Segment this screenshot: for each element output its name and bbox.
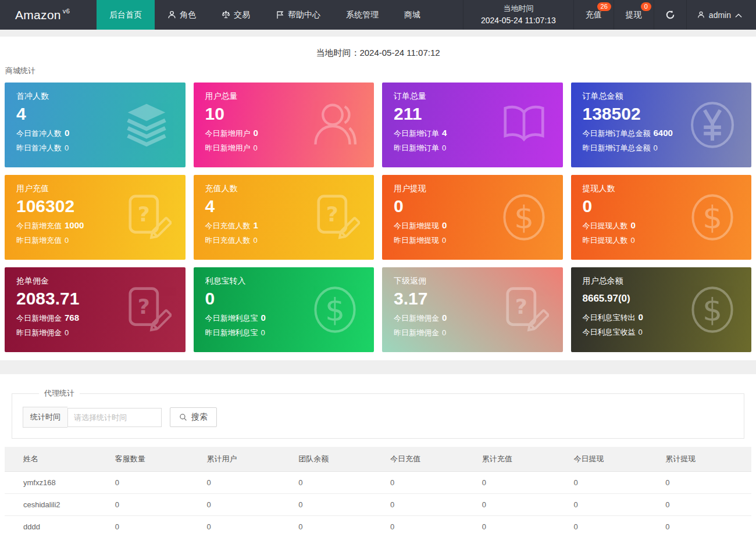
nav-item-dashboard[interactable]: 后台首页 bbox=[97, 0, 155, 30]
user-icon bbox=[697, 11, 705, 19]
page-local-time-label: 当地时间： bbox=[316, 48, 359, 58]
column-header: 累计充值 bbox=[476, 447, 568, 472]
value-cell: 0 bbox=[568, 472, 660, 494]
local-time-value: 2024-05-24 11:07:13 bbox=[481, 15, 556, 27]
value-cell: 0 bbox=[293, 494, 384, 516]
value-cell: 0 bbox=[568, 516, 660, 534]
value-cell: 0 bbox=[201, 516, 293, 534]
value-cell: 0 bbox=[201, 472, 293, 494]
agents-table: 姓名客服数量累计用户团队余额今日充值累计充值今日提现累计提现 ymfxz1680… bbox=[5, 447, 751, 534]
dollar-icon bbox=[499, 192, 549, 242]
table-row: ymfxz1680000000 bbox=[5, 472, 751, 494]
stat-card: 用户总量 10 今日新增用户0 昨日新增用户0 bbox=[194, 83, 375, 167]
agent-stats-fieldset: 代理统计 统计时间 搜索 bbox=[12, 388, 744, 439]
column-header: 累计提现 bbox=[659, 447, 751, 472]
table-body: ymfxz1680000000ceshidalili20000000dddd00… bbox=[5, 472, 751, 534]
agent-panel: 代理统计 统计时间 搜索 姓名客服数量累计用户团队余额今日充值累计充值今日提现累… bbox=[0, 374, 756, 534]
agent-name-cell: ceshidalili2 bbox=[5, 494, 109, 516]
value-cell: 0 bbox=[568, 494, 660, 516]
table-row: ceshidalili20000000 bbox=[5, 494, 751, 516]
yen-icon bbox=[687, 100, 737, 150]
stat-card: 提现人数 0 今日提现人数0 昨日提现人数0 bbox=[571, 175, 752, 260]
recharge-button[interactable]: 充值 26 bbox=[574, 0, 614, 30]
value-cell: 0 bbox=[659, 494, 751, 516]
user-icon bbox=[167, 10, 176, 19]
value-cell: 0 bbox=[384, 472, 476, 494]
nav-item-roles[interactable]: 角色 bbox=[155, 0, 209, 30]
logo-text: Amazon bbox=[15, 8, 61, 22]
dollar-icon bbox=[687, 285, 737, 335]
value-cell: 0 bbox=[293, 472, 384, 494]
value-cell: 0 bbox=[476, 516, 568, 534]
stat-card: 用户提现 0 今日新增提现0 昨日新增提现0 bbox=[382, 175, 563, 260]
stat-card: 订单总金额 138502 今日新增订单总金额6400 昨日新增订单总金额0 bbox=[571, 83, 752, 167]
doc-icon bbox=[122, 192, 172, 242]
agent-name-cell: dddd bbox=[5, 516, 109, 534]
table-header-row: 姓名客服数量累计用户团队余额今日充值累计充值今日提现累计提现 bbox=[5, 447, 751, 472]
column-header: 累计用户 bbox=[201, 447, 293, 472]
table-row: dddd0000000 bbox=[5, 516, 751, 534]
scale-icon bbox=[222, 10, 230, 19]
value-cell: 0 bbox=[293, 516, 384, 534]
stat-card: 用户总余额 8665.97(0) 今日利息宝转出0 今日利息宝收益0 bbox=[571, 267, 752, 352]
column-header: 今日充值 bbox=[384, 447, 476, 472]
refresh-button[interactable] bbox=[654, 0, 687, 30]
value-cell: 0 bbox=[476, 472, 568, 494]
value-cell: 0 bbox=[109, 494, 201, 516]
dollar-icon bbox=[310, 285, 360, 335]
value-cell: 0 bbox=[384, 494, 476, 516]
section-title-mall-stats: 商城统计 bbox=[0, 64, 756, 83]
stat-card: 首冲人数 4 今日首冲人数0 昨日首冲人数0 bbox=[5, 83, 186, 167]
stats-card-grid: 首冲人数 4 今日首冲人数0 昨日首冲人数0 用户总量 10 今日新增用户0 昨… bbox=[0, 83, 756, 352]
stat-card: 抢单佣金 2083.71 今日新增佣金768 昨日新增佣金0 bbox=[5, 267, 186, 352]
users-icon bbox=[310, 100, 360, 150]
agent-filter-row: 统计时间 搜索 bbox=[23, 407, 733, 428]
doc-icon bbox=[310, 192, 360, 242]
navbar-right: 当地时间 2024-05-24 11:07:13 充值 26 提现 0 admi… bbox=[463, 0, 756, 30]
top-navbar: Amazonv6 后台首页 角色 交易 帮助中心 系统管理 商城 当地时间 20… bbox=[0, 0, 756, 30]
recharge-badge: 26 bbox=[597, 2, 611, 11]
nav-item-system[interactable]: 系统管理 bbox=[333, 0, 391, 30]
doc-icon bbox=[499, 285, 549, 335]
value-cell: 0 bbox=[659, 472, 751, 494]
value-cell: 0 bbox=[659, 516, 751, 534]
refresh-icon bbox=[665, 10, 675, 20]
nav-item-trade[interactable]: 交易 bbox=[209, 0, 263, 30]
stat-card: 下级返佣 3.17 今日新增佣金0 昨日新增佣金0 bbox=[382, 267, 563, 352]
value-cell: 0 bbox=[109, 516, 201, 534]
value-cell: 0 bbox=[109, 472, 201, 494]
logo-version: v6 bbox=[63, 8, 70, 15]
user-menu[interactable]: admin bbox=[687, 0, 756, 30]
layers-icon bbox=[122, 100, 172, 150]
username: admin bbox=[709, 10, 731, 20]
doc-icon bbox=[122, 285, 172, 335]
section-title-agent-stats: 代理统计 bbox=[39, 388, 80, 399]
main-nav: 后台首页 角色 交易 帮助中心 系统管理 商城 bbox=[97, 0, 433, 30]
header-local-time: 当地时间 2024-05-24 11:07:13 bbox=[463, 0, 574, 30]
agent-name-cell: ymfxz168 bbox=[5, 472, 109, 494]
nav-item-mall[interactable]: 商城 bbox=[391, 0, 433, 30]
column-header: 今日提现 bbox=[568, 447, 660, 472]
stat-time-input[interactable] bbox=[67, 408, 162, 427]
column-header: 客服数量 bbox=[109, 447, 201, 472]
stat-card: 利息宝转入 0 今日新增利息宝0 昨日新增利息宝0 bbox=[194, 267, 375, 352]
value-cell: 0 bbox=[476, 494, 568, 516]
stat-card: 用户充值 106302 今日新增充值1000 昨日新增充值0 bbox=[5, 175, 186, 260]
stats-panel: 当地时间：2024-05-24 11:07:12 商城统计 首冲人数 4 今日首… bbox=[0, 37, 756, 360]
stat-time-label: 统计时间 bbox=[23, 407, 67, 428]
dollar-icon bbox=[687, 192, 737, 242]
nav-item-help-center[interactable]: 帮助中心 bbox=[263, 0, 333, 30]
stat-card: 充值人数 4 今日充值人数1 昨日充值人数0 bbox=[194, 175, 375, 260]
withdraw-badge: 0 bbox=[641, 2, 651, 11]
value-cell: 0 bbox=[201, 494, 293, 516]
column-header: 团队余额 bbox=[293, 447, 384, 472]
app-logo[interactable]: Amazonv6 bbox=[0, 0, 97, 30]
flag-icon bbox=[276, 10, 284, 19]
search-icon bbox=[179, 413, 187, 421]
search-button[interactable]: 搜索 bbox=[170, 407, 217, 427]
book-icon bbox=[499, 100, 549, 150]
chevron-up-icon bbox=[735, 10, 742, 20]
column-header: 姓名 bbox=[5, 447, 109, 472]
withdraw-button[interactable]: 提现 0 bbox=[614, 0, 654, 30]
value-cell: 0 bbox=[384, 516, 476, 534]
